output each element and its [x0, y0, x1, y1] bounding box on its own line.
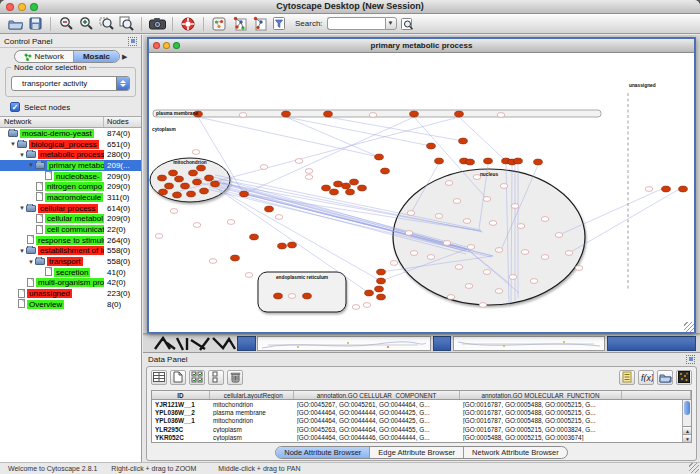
attribute-table-header[interactable]: ID _cellularLayoutRegion annotation.GO C…	[152, 391, 691, 400]
tree-row[interactable]: ▼primary metabo209(...	[0, 160, 141, 171]
network-node-selected-color[interactable]	[346, 189, 355, 195]
new-network-selected-edges-button[interactable]	[250, 16, 268, 32]
network-node[interactable]	[155, 234, 163, 239]
network-node[interactable]	[209, 259, 217, 264]
background-window-fragment[interactable]	[433, 336, 451, 351]
filters-button[interactable]	[270, 16, 288, 32]
zoom-in-button[interactable]	[77, 16, 95, 32]
enhanced-search-button[interactable]	[398, 16, 416, 32]
table-row[interactable]: YDR039C__1mitochondrion[GO:0044464, GO:0…	[152, 442, 691, 443]
tree-col-network[interactable]: Network	[0, 117, 104, 127]
col-region[interactable]: _cellularLayoutRegion	[210, 391, 294, 399]
network-node-selected-color[interactable]	[375, 286, 384, 292]
network-node[interactable]	[509, 275, 517, 280]
network-canvas[interactable]: plasma membranecytoplasmmitochondrionnuc…	[149, 53, 694, 332]
network-node-selected-color[interactable]	[484, 158, 493, 164]
network-node[interactable]	[170, 209, 178, 214]
network-node-selected-color[interactable]	[282, 111, 291, 117]
network-node[interactable]	[245, 273, 253, 278]
network-node-selected-color[interactable]	[350, 179, 359, 185]
network-node-selected-color[interactable]	[377, 278, 386, 284]
network-node-selected-color[interactable]	[377, 269, 386, 275]
network-node-selected-color[interactable]	[169, 170, 178, 176]
network-node-selected-color[interactable]	[324, 111, 333, 117]
network-node-selected-color[interactable]	[375, 154, 384, 160]
network-node[interactable]	[467, 245, 475, 250]
network-node[interactable]	[483, 270, 491, 275]
search-dropdown-arrow[interactable]: ▼	[385, 17, 397, 30]
network-node[interactable]	[443, 241, 451, 246]
network-node[interactable]	[453, 199, 461, 204]
network-node-selected-color[interactable]	[455, 111, 464, 117]
network-node-selected-color[interactable]	[193, 179, 202, 185]
network-node[interactable]	[260, 165, 268, 170]
tree-row[interactable]: nucleobase-209(0)	[0, 171, 141, 182]
tree-row[interactable]: ▼metabolic process280(0)	[0, 149, 141, 160]
tree-header[interactable]: Network Nodes	[0, 117, 141, 128]
network-graph[interactable]: plasma membranecytoplasmmitochondrionnuc…	[149, 53, 694, 332]
network-node[interactable]	[369, 113, 377, 118]
table-row[interactable]: YKR052Ccytoplasm[GO:0044464, GO:0044446,…	[152, 434, 691, 442]
search-input[interactable]	[327, 17, 385, 30]
tree-expander-icon[interactable]: ▼	[18, 248, 26, 254]
network-node-selected-color[interactable]	[274, 293, 283, 299]
network-node[interactable]	[288, 294, 296, 299]
background-window-fragment[interactable]	[607, 336, 696, 351]
network-node-selected-color[interactable]	[330, 189, 339, 195]
tab-mosaic[interactable]: Mosaic	[73, 51, 119, 62]
import-attributes-button[interactable]	[657, 370, 673, 385]
attribute-matrix-button[interactable]	[676, 370, 692, 385]
tree-expander-icon[interactable]: ▼	[27, 259, 35, 265]
network-node-selected-color[interactable]	[200, 188, 209, 194]
node-color-attribute-select[interactable]: transporter activity	[11, 76, 130, 91]
network-node-selected-color[interactable]	[365, 290, 374, 296]
network-node-selected-color[interactable]	[231, 255, 240, 261]
tree-row[interactable]: mosaic-demo-yeast874(0)	[0, 128, 141, 139]
compartment-plasma-membrane[interactable]	[153, 110, 601, 117]
network-node[interactable]	[541, 255, 549, 260]
tab-edge-attribute-browser[interactable]: Edge Attribute Browser	[369, 447, 463, 458]
network-node[interactable]	[489, 221, 497, 226]
network-node[interactable]	[295, 159, 303, 164]
tree-row[interactable]: response to stimulu264(0)	[0, 235, 141, 246]
network-node-selected-color[interactable]	[679, 186, 688, 192]
network-node-selected-color[interactable]	[265, 206, 274, 212]
network-node[interactable]	[565, 251, 573, 256]
delete-attribute-button[interactable]	[227, 370, 243, 385]
tab-network[interactable]: Network	[15, 51, 73, 62]
network-node-selected-color[interactable]	[240, 191, 249, 197]
network-node[interactable]	[410, 251, 418, 256]
zoom-out-button[interactable]	[57, 16, 75, 32]
network-node-selected-color[interactable]	[334, 181, 343, 187]
background-window-fragment[interactable]	[453, 336, 605, 351]
network-node[interactable]	[305, 175, 313, 180]
col-id[interactable]: ID	[152, 391, 210, 399]
network-node[interactable]	[555, 233, 563, 238]
network-node[interactable]	[427, 255, 435, 260]
inner-window-resize-grip[interactable]	[684, 322, 694, 332]
tab-node-attribute-browser[interactable]: Node Attribute Browser	[276, 447, 369, 458]
network-node-selected-color[interactable]	[410, 111, 419, 117]
network-node[interactable]	[390, 261, 398, 266]
network-node[interactable]	[511, 204, 519, 209]
tree-row[interactable]: ▼establishment of lo558(0)	[0, 246, 141, 257]
network-node-selected-color[interactable]	[175, 176, 184, 182]
new-attribute-button[interactable]	[170, 370, 186, 385]
tree-expander-icon[interactable]: ▼	[27, 162, 35, 168]
table-row[interactable]: YLR295Ccytoplasm[GO:0045263, GO:0044464,…	[152, 425, 691, 433]
network-node[interactable]	[363, 303, 371, 308]
tree-expander-icon[interactable]: ▼	[18, 152, 26, 158]
col-molecular-function[interactable]: annotation.GO MOLECULAR_FUNCTION	[460, 391, 622, 399]
background-window-fragment[interactable]	[237, 336, 256, 351]
network-node[interactable]	[495, 289, 503, 294]
network-node-selected-color[interactable]	[377, 294, 386, 300]
network-node-selected-color[interactable]	[466, 159, 475, 165]
tree-row[interactable]: ▼biological_process651(0)	[0, 139, 141, 150]
network-node-selected-color[interactable]	[459, 138, 468, 144]
new-network-all-edges-button[interactable]	[230, 16, 248, 32]
network-node-selected-color[interactable]	[342, 183, 351, 189]
background-window-fragment[interactable]	[153, 336, 245, 351]
network-node[interactable]	[517, 224, 525, 229]
network-node[interactable]	[227, 220, 235, 225]
table-row[interactable]: YPL036W__1mitochondrion[GO:0044464, GO:0…	[152, 417, 691, 425]
